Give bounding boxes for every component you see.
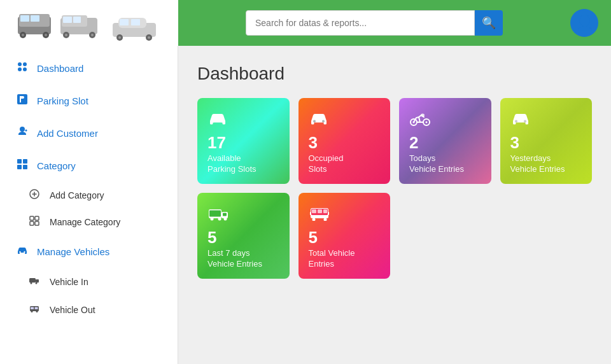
svg-rect-68	[312, 209, 316, 213]
sidebar-item-parking-label: Parking Slot	[37, 95, 88, 106]
card-yesterdays-label: Yesterdays Vehicle Entries	[510, 153, 582, 175]
card-todays-number: 2	[409, 134, 481, 151]
logo-area	[0, 0, 178, 46]
svg-rect-2	[20, 15, 29, 22]
card-last7-entries: 5 Last 7 days Vehicle Entries	[197, 193, 290, 279]
sidebar-subitem-manage-category[interactable]: Manage Category	[0, 209, 178, 235]
svg-point-7	[45, 34, 47, 36]
card-last7-icon	[207, 203, 279, 225]
svg-point-25	[23, 62, 27, 66]
sidebar-subitem-vehicle-out[interactable]: Vehicle Out	[0, 296, 178, 324]
card-yesterdays-number: 3	[510, 134, 582, 151]
svg-point-37	[19, 251, 20, 253]
svg-rect-70	[323, 209, 327, 213]
svg-rect-35	[30, 221, 34, 225]
sidebar-item-manage-vehicles-label: Manage Vehicles	[37, 246, 109, 257]
cards-row-1: 17 Available Parking Slots	[197, 98, 592, 184]
search-input[interactable]	[246, 10, 475, 36]
svg-point-65	[224, 217, 227, 220]
card-todays-label: Todays Vehicle Entries	[409, 153, 481, 175]
sidebar-item-dashboard[interactable]: Dashboard	[0, 52, 178, 85]
svg-point-14	[65, 34, 67, 36]
search-button[interactable]: 🔍	[475, 10, 503, 36]
svg-point-42	[36, 283, 38, 284]
card-total-entries: 5 Total Vehicle Entries	[298, 193, 391, 279]
svg-point-24	[18, 62, 22, 66]
svg-rect-30	[17, 165, 22, 169]
svg-point-26	[18, 67, 22, 71]
svg-rect-69	[318, 209, 322, 213]
logo-svg	[13, 5, 165, 41]
svg-rect-11	[73, 17, 81, 23]
sidebar-subitem-add-category-label: Add Category	[50, 190, 104, 200]
card-occupied-slots: 3 Occupied Slots	[298, 98, 391, 184]
svg-point-56	[421, 114, 425, 117]
svg-rect-62	[209, 210, 221, 216]
svg-rect-44	[31, 307, 34, 310]
card-last7-label: Last 7 days Vehicle Entries	[207, 248, 279, 270]
svg-rect-3	[31, 15, 39, 22]
card-occupied-slots-icon	[309, 108, 381, 130]
card-total-icon	[309, 203, 381, 225]
svg-point-6	[22, 34, 24, 36]
svg-point-57	[515, 120, 517, 123]
svg-rect-74	[328, 212, 329, 215]
sidebar-item-add-customer[interactable]: Add Customer	[0, 117, 178, 150]
card-total-label: Total Vehicle Entries	[309, 248, 381, 270]
svg-rect-34	[35, 216, 39, 220]
svg-point-63	[211, 217, 214, 220]
svg-rect-18	[120, 19, 129, 25]
sidebar-subitem-vehicle-in[interactable]: Vehicle In	[0, 268, 178, 296]
manage-category-icon	[28, 216, 41, 228]
svg-point-38	[24, 251, 25, 253]
svg-point-41	[31, 283, 32, 284]
svg-point-55	[426, 122, 428, 123]
svg-point-27	[23, 67, 27, 71]
cards-row-2: 5 Last 7 days Vehicle Entries	[197, 193, 592, 279]
sidebar-item-category[interactable]: Category	[0, 150, 178, 182]
svg-rect-33	[30, 216, 34, 220]
svg-rect-29	[23, 159, 27, 164]
svg-point-48	[212, 120, 214, 123]
card-yesterdays-icon	[510, 108, 582, 130]
svg-rect-36	[35, 221, 39, 225]
card-available-slots-label: Available Parking Slots	[207, 153, 279, 175]
sidebar: Dashboard Parking Slot Add Customer Cate…	[0, 46, 178, 364]
search-area: 🔍	[178, 10, 570, 36]
svg-point-71	[312, 218, 315, 221]
dashboard-icon	[15, 60, 29, 76]
sidebar-item-category-label: Category	[37, 160, 76, 171]
card-todays-entries: 2 Todays Vehicle Entries	[399, 98, 491, 184]
card-last7-number: 5	[207, 229, 279, 246]
svg-rect-73	[310, 212, 311, 215]
svg-point-46	[31, 311, 33, 312]
main-layout: Dashboard Parking Slot Add Customer Cate…	[0, 46, 611, 364]
svg-point-47	[36, 311, 38, 312]
sidebar-subitem-add-category[interactable]: Add Category	[0, 182, 178, 209]
svg-rect-31	[23, 165, 27, 169]
card-available-slots-number: 17	[207, 134, 279, 151]
card-available-slots: 17 Available Parking Slots	[197, 98, 290, 184]
svg-point-49	[221, 120, 223, 123]
sidebar-subitem-vehicle-out-label: Vehicle Out	[50, 305, 95, 315]
card-total-number: 5	[309, 229, 381, 246]
svg-point-50	[313, 120, 316, 123]
sidebar-item-parking-slot[interactable]: Parking Slot	[0, 85, 178, 117]
svg-point-22	[118, 36, 121, 39]
svg-point-58	[524, 120, 526, 123]
search-icon: 🔍	[482, 16, 496, 30]
avatar-icon: 👤	[576, 15, 593, 31]
sidebar-item-manage-vehicles[interactable]: Manage Vehicles	[0, 235, 178, 268]
sidebar-item-dashboard-label: Dashboard	[37, 63, 83, 74]
card-available-slots-icon	[207, 108, 279, 130]
svg-rect-45	[35, 307, 38, 310]
svg-point-15	[91, 34, 94, 36]
svg-point-72	[323, 218, 327, 221]
svg-rect-28	[17, 159, 22, 164]
card-todays-icon	[409, 108, 481, 130]
svg-rect-10	[63, 17, 72, 23]
header: 🔍 👤	[0, 0, 611, 46]
avatar-button[interactable]: 👤	[570, 9, 598, 37]
card-occupied-slots-number: 3	[309, 134, 381, 151]
svg-rect-19	[131, 19, 140, 25]
